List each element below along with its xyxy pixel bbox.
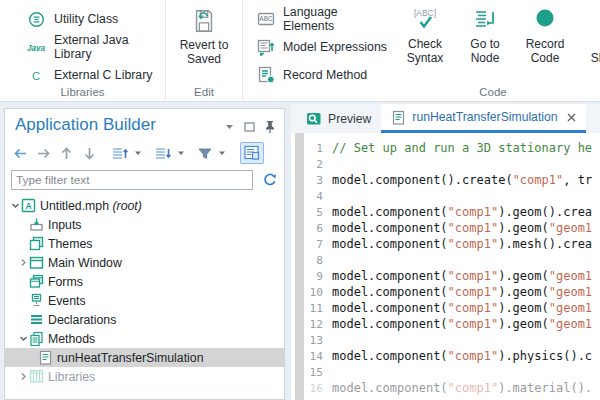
code-token: model.component( bbox=[332, 285, 448, 299]
code-line[interactable]: 12model.component("comp1").geom("geom1 bbox=[291, 316, 600, 332]
code-token: model.component( bbox=[332, 221, 448, 235]
line-number: 16 bbox=[307, 382, 323, 395]
ribbon-item-label: Language Elements bbox=[283, 5, 391, 33]
panel-menu-button[interactable] bbox=[225, 124, 234, 130]
close-tab-button[interactable] bbox=[567, 113, 576, 122]
line-number: 8 bbox=[307, 254, 323, 267]
up-button[interactable] bbox=[57, 144, 76, 163]
tree-item-untitled-mph[interactable]: AUntitled.mph (root) bbox=[5, 196, 284, 215]
code-line[interactable]: 7model.component("comp1").mesh().crea bbox=[291, 236, 600, 252]
tree-item-suffix: (root) bbox=[109, 199, 142, 213]
ribbon-button-check-syntax[interactable]: [ABC]Check Syntax bbox=[397, 4, 453, 65]
tree-item-libraries[interactable]: Libraries bbox=[5, 367, 284, 386]
code-line[interactable]: 1// Set up and run a 3D stationary he bbox=[291, 140, 600, 156]
caret-down-button[interactable] bbox=[134, 150, 142, 156]
forward-button[interactable] bbox=[34, 144, 53, 163]
down-button[interactable] bbox=[80, 144, 99, 163]
code-line[interactable]: 6model.component("comp1").geom("geom1 bbox=[291, 220, 600, 236]
code-line[interactable]: 8 bbox=[291, 252, 600, 268]
expander-closed-icon[interactable] bbox=[18, 258, 29, 267]
ribbon-button-record-code[interactable]: Record Code bbox=[517, 4, 573, 65]
tree-item-methods[interactable]: Methods bbox=[5, 329, 284, 348]
code-line[interactable]: 10model.component("comp1").geom("geom1 bbox=[291, 284, 600, 300]
panel-pin-button[interactable] bbox=[265, 120, 275, 134]
breakpoint-margin[interactable] bbox=[295, 133, 304, 400]
ribbon-item-utility-class[interactable]: Utility Class bbox=[0, 5, 165, 33]
caret-down-button[interactable] bbox=[218, 150, 226, 156]
tab-runheattransfersimulation[interactable]: runHeatTransferSimulation bbox=[381, 104, 585, 133]
ribbon-small-items: ABCLanguage ElementsModel ExpressionsRec… bbox=[243, 0, 391, 101]
tree-item-text: Inputs bbox=[48, 218, 82, 232]
caret-down-button[interactable] bbox=[177, 150, 185, 156]
code-text: model.component("comp1").mesh().crea bbox=[332, 237, 592, 251]
tree-item-runheattransfersimulation[interactable]: runHeatTransferSimulation bbox=[5, 348, 284, 367]
show-grid-toggle-button[interactable] bbox=[240, 142, 264, 164]
code-editor[interactable]: 1// Set up and run a 3D stationary he23m… bbox=[291, 133, 600, 400]
svg-text:ABC: ABC bbox=[259, 15, 273, 22]
tree-item-main-window[interactable]: Main Window bbox=[5, 253, 284, 272]
expander-open-icon[interactable] bbox=[10, 201, 21, 210]
code-token: , tr bbox=[563, 173, 592, 187]
down-icon bbox=[81, 145, 98, 162]
ribbon-item-language-elements[interactable]: ABCLanguage Elements bbox=[243, 5, 391, 33]
tree-item-events[interactable]: Events bbox=[5, 291, 284, 310]
code-line[interactable]: 14model.component("comp1").physics().c bbox=[291, 348, 600, 364]
tree-item-themes[interactable]: Themes bbox=[5, 234, 284, 253]
code-line[interactable]: 4 bbox=[291, 188, 600, 204]
ribbon-item-model-expressions[interactable]: Model Expressions bbox=[243, 33, 391, 61]
ribbon-item-record-method[interactable]: Record Method bbox=[243, 61, 391, 89]
code-text: model.component("comp1").material(). bbox=[332, 381, 592, 395]
ribbon-button-use-shortcut[interactable]: B+CUse Shortcut bbox=[581, 4, 600, 65]
code-line[interactable]: 9model.component("comp1").geom("geom1 bbox=[291, 268, 600, 284]
code-lines: 1// Set up and run a 3D stationary he23m… bbox=[291, 140, 600, 396]
ribbon-button-revert-to-saved[interactable]: Revert to Saved bbox=[179, 5, 229, 66]
tree-item-label: Main Window bbox=[48, 256, 122, 270]
move-up-button[interactable] bbox=[110, 144, 130, 163]
panel-title: Application Builder bbox=[15, 115, 156, 134]
tree-item-text: Main Window bbox=[48, 256, 122, 270]
code-line[interactable]: 3model.component().create("comp1", tr bbox=[291, 172, 600, 188]
code-token: ).geom( bbox=[498, 317, 549, 331]
panel-header: Application Builder bbox=[5, 109, 284, 135]
line-number: 5 bbox=[307, 206, 323, 219]
ribbon-item-label: Record Method bbox=[283, 68, 367, 82]
code-line[interactable]: 13 bbox=[291, 332, 600, 348]
move-down-button[interactable] bbox=[153, 144, 173, 163]
expander-open-icon[interactable] bbox=[18, 334, 29, 343]
tree-toolbar bbox=[5, 135, 284, 164]
ribbon-item-label: Utility Class bbox=[54, 12, 118, 26]
ribbon-item-external-java-library[interactable]: JavaExternal Java Library bbox=[0, 33, 165, 61]
ribbon-button-go-to-node[interactable]: Go to Node bbox=[461, 4, 509, 65]
code-token: ).geom( bbox=[498, 285, 549, 299]
code-line[interactable]: 16model.component("comp1").material(). bbox=[291, 380, 600, 396]
filter-row bbox=[5, 164, 284, 190]
back-button[interactable] bbox=[11, 144, 30, 163]
code-token: "geom1 bbox=[549, 285, 592, 299]
line-number: 3 bbox=[307, 174, 323, 187]
filter-button[interactable] bbox=[196, 145, 214, 162]
line-number: 9 bbox=[307, 270, 323, 283]
code-line[interactable]: 2 bbox=[291, 156, 600, 172]
code-line[interactable]: 15 bbox=[291, 364, 600, 380]
code-line[interactable]: 11model.component("comp1").geom("geom1 bbox=[291, 300, 600, 316]
filter-input[interactable] bbox=[11, 170, 253, 190]
tree-item-label: Declarations bbox=[48, 313, 116, 327]
ribbon-button-label: Go to Node bbox=[461, 38, 509, 65]
refresh-button[interactable] bbox=[262, 172, 278, 188]
code-text: model.component("comp1").geom("geom1 bbox=[332, 301, 592, 315]
code-line[interactable]: 5model.component("comp1").geom().crea bbox=[291, 204, 600, 220]
tab-preview[interactable]: Preview bbox=[296, 104, 381, 133]
code-text: model.component("comp1").geom().crea bbox=[332, 205, 592, 219]
method-icon bbox=[391, 110, 406, 125]
panel-float-button[interactable] bbox=[244, 122, 255, 132]
tree-item-forms[interactable]: Forms bbox=[5, 272, 284, 291]
code-token: "comp1" bbox=[448, 317, 499, 331]
tree-item-declarations[interactable]: Declarations bbox=[5, 310, 284, 329]
caret-down-icon bbox=[134, 150, 142, 156]
line-number: 1 bbox=[307, 142, 323, 155]
svg-text:[ABC]: [ABC] bbox=[414, 8, 436, 18]
tree-item-inputs[interactable]: Inputs bbox=[5, 215, 284, 234]
expander-closed-icon[interactable] bbox=[18, 372, 29, 381]
ribbon-item-external-c-library[interactable]: CExternal C Library bbox=[0, 61, 165, 89]
tree-item-text: Methods bbox=[48, 332, 95, 346]
